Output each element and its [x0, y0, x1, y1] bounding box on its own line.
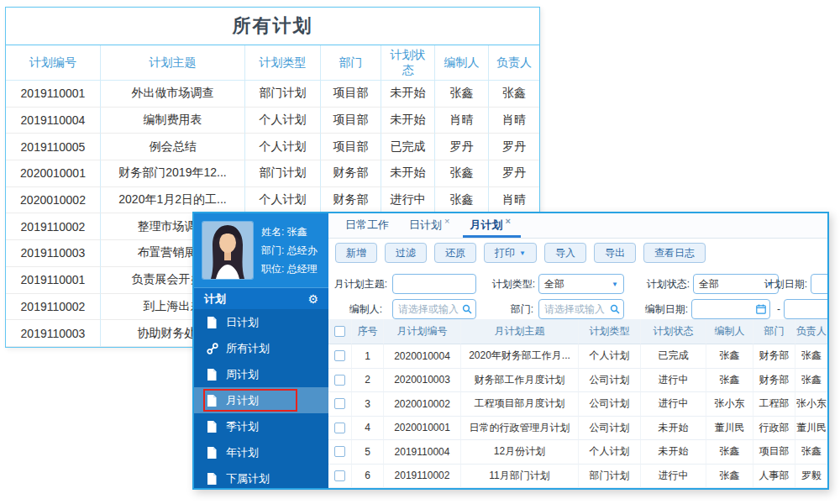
- person-link[interactable]: 张鑫: [795, 440, 827, 465]
- tab-monthly-plan[interactable]: 月计划: [461, 213, 522, 238]
- date-input[interactable]: [697, 303, 756, 315]
- creator-filter-search[interactable]: [392, 299, 476, 319]
- reset-button[interactable]: 还原: [434, 243, 476, 263]
- monthly-plan-header-row: 序号 月计划编号 月计划主题 计划类型 计划状态 编制人 部门 负责人: [328, 319, 827, 344]
- row-checkbox[interactable]: [334, 398, 345, 409]
- profile-info: 姓名: 张鑫 部门: 总经办 职位: 总经理: [261, 223, 318, 278]
- creator-search-input[interactable]: [398, 303, 462, 315]
- row-checkbox[interactable]: [334, 423, 345, 433]
- profile-position: 职位: 总经理: [261, 260, 318, 278]
- file-icon: [207, 317, 218, 328]
- creator-filter-label: 编制人:: [335, 299, 382, 319]
- all-plans-title: 所有计划: [6, 8, 539, 45]
- plan-id-link[interactable]: 2019110002: [384, 465, 461, 489]
- profile-panel: 姓名: 张鑫 部门: 总经办 职位: 总经理: [194, 213, 328, 287]
- column-header: 序号: [352, 319, 384, 344]
- table-row[interactable]: 2019110005例会总结个人计划项目部已完成罗丹罗丹: [6, 134, 539, 160]
- column-header: 计划编号: [6, 45, 101, 81]
- person-link[interactable]: 张鑫: [706, 344, 753, 369]
- row-checkbox[interactable]: [334, 446, 345, 457]
- column-header: 部门: [321, 45, 381, 81]
- sidebar-item-quarterly-plan[interactable]: 季计划: [194, 413, 328, 439]
- sidebar-item-weekly-plan[interactable]: 周计划: [194, 361, 328, 387]
- sidebar-item-all-plans[interactable]: 所有计划: [194, 335, 328, 361]
- person-link[interactable]: 张鑫: [795, 369, 827, 393]
- column-header: 部门: [753, 319, 795, 344]
- type-filter-select[interactable]: 全部: [538, 274, 624, 294]
- monthly-plan-window: 姓名: 张鑫 部门: 总经办 职位: 总经理 计划 ⚙ 日计划 所有计划: [192, 212, 829, 490]
- calendar-icon[interactable]: [756, 304, 766, 314]
- row-checkbox[interactable]: [334, 375, 345, 386]
- plan-subject-link[interactable]: 财务部工作月度计划: [461, 369, 579, 393]
- dept-search-input[interactable]: [544, 303, 610, 315]
- dept-filter-search[interactable]: [538, 299, 624, 319]
- gear-icon[interactable]: ⚙: [307, 292, 318, 306]
- plan-id-link[interactable]: 2019110004: [384, 440, 461, 465]
- main-panel: 日常工作 日计划 月计划 新增 过滤 还原 打印 导入 导出 查看日志: [328, 213, 827, 488]
- filter-button[interactable]: 过滤: [385, 243, 427, 263]
- link-icon: [207, 343, 218, 354]
- status-filter-label: 计划状态:: [641, 274, 690, 294]
- import-button[interactable]: 导入: [544, 243, 586, 263]
- profile-department: 部门: 总经办: [261, 241, 318, 260]
- row-checkbox[interactable]: [334, 470, 345, 481]
- table-row[interactable]: 2020010001财务部门2019年12...部门计划财务部未开始张鑫罗丹: [6, 160, 539, 187]
- file-icon: [207, 369, 218, 381]
- view-log-button[interactable]: 查看日志: [643, 243, 706, 263]
- plan-subject-link[interactable]: 2020年财务部工作月...: [461, 344, 579, 369]
- person-link[interactable]: 张鑫: [706, 369, 753, 393]
- table-row[interactable]: 6 2019110002 11月部门计划 部门计划 进行中 张鑫 人事部 罗毅: [328, 465, 827, 489]
- plan-date-filter-input[interactable]: [811, 274, 827, 294]
- plan-id-link[interactable]: 2020010001: [384, 417, 461, 441]
- table-row[interactable]: 20200100022020年1月2日的工...个人计划财务部进行中张鑫肖晴: [6, 187, 539, 214]
- table-row[interactable]: 3 2020010002 工程项目部月度计划 公司计划 进行中 张小东 工程部 …: [328, 392, 827, 417]
- table-row[interactable]: 1 2020010004 2020年财务部工作月... 个人计划 已完成 张鑫 …: [328, 344, 827, 369]
- table-row[interactable]: 4 2020010001 日常的行政管理月计划 公司计划 未开始 董川民 行政部…: [328, 417, 827, 441]
- created-date-from-input[interactable]: [691, 299, 770, 319]
- tab-daily-plan[interactable]: 日计划: [401, 213, 461, 238]
- plan-subject-link[interactable]: 日常的行政管理月计划: [461, 417, 579, 441]
- close-icon[interactable]: [505, 216, 510, 226]
- plan-subject-link[interactable]: 12月份计划: [461, 440, 579, 465]
- plan-id-link[interactable]: 2020010002: [384, 392, 461, 417]
- person-link[interactable]: 张小东: [795, 392, 827, 417]
- person-link[interactable]: 张鑫: [795, 344, 827, 369]
- subject-filter-input[interactable]: [392, 274, 476, 294]
- select-all-checkbox[interactable]: [334, 326, 345, 337]
- row-checkbox[interactable]: [334, 350, 345, 361]
- column-header: 负责人: [795, 319, 827, 344]
- sidebar-section-plan: 计划 ⚙: [194, 287, 328, 309]
- dept-filter-label: 部门:: [496, 299, 533, 319]
- table-row[interactable]: 2019110001外出做市场调查部门计划项目部未开始张鑫张鑫: [6, 81, 539, 108]
- print-button[interactable]: 打印: [484, 243, 537, 263]
- created-date-to-input[interactable]: [784, 299, 827, 319]
- sidebar-item-monthly-plan[interactable]: 月计划: [194, 387, 328, 413]
- created-date-filter-label: 编制日期:: [636, 299, 688, 319]
- column-header: 计划主题: [101, 45, 245, 81]
- person-link[interactable]: 董川民: [706, 417, 753, 441]
- tab-daily-work[interactable]: 日常工作: [337, 213, 401, 238]
- person-link[interactable]: 张小东: [706, 392, 753, 417]
- plan-subject-link[interactable]: 工程项目部月度计划: [461, 392, 579, 417]
- sidebar-item-yearly-plan[interactable]: 年计划: [194, 439, 328, 465]
- column-header: 编制人: [435, 45, 489, 81]
- person-link[interactable]: 张鑫: [706, 440, 753, 465]
- plan-subject-link[interactable]: 11月部门计划: [461, 465, 579, 489]
- search-icon[interactable]: [462, 304, 472, 314]
- sidebar-item-daily-plan[interactable]: 日计划: [194, 309, 328, 335]
- close-icon[interactable]: [444, 216, 449, 226]
- person-link[interactable]: 董川民: [795, 417, 827, 441]
- export-button[interactable]: 导出: [594, 243, 636, 263]
- search-icon[interactable]: [610, 304, 620, 314]
- plan-id-link[interactable]: 2020010003: [384, 369, 461, 393]
- add-button[interactable]: 新增: [335, 243, 377, 263]
- table-row[interactable]: 2 2020010003 财务部工作月度计划 公司计划 进行中 张鑫 财务部 张…: [328, 369, 827, 393]
- plan-id-link[interactable]: 2020010004: [384, 344, 461, 369]
- table-row[interactable]: 2019110004编制费用表个人计划项目部未开始肖晴肖晴: [6, 108, 539, 134]
- type-filter-label: 计划类型:: [486, 274, 535, 294]
- person-link[interactable]: 张鑫: [706, 465, 753, 489]
- toolbar: 新增 过滤 还原 打印 导入 导出 查看日志: [328, 239, 827, 267]
- table-row[interactable]: 5 2019110004 12月份计划 个人计划 未开始 张鑫 项目部 张鑫: [328, 440, 827, 465]
- sidebar-item-subordinate-plan[interactable]: 下属计划: [194, 465, 328, 488]
- person-link[interactable]: 罗毅: [795, 465, 827, 489]
